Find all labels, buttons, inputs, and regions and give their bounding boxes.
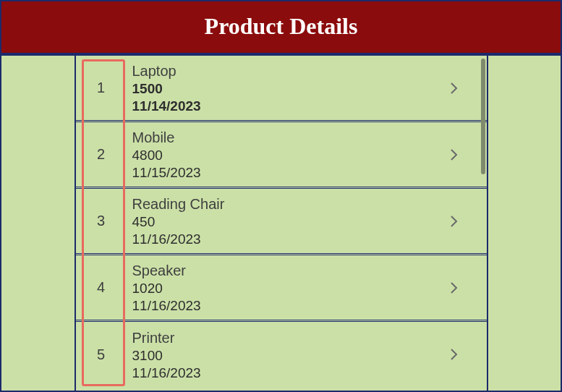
chevron-right-icon[interactable] — [422, 322, 487, 387]
row-index: 5 — [76, 322, 127, 387]
product-name: Printer — [132, 330, 422, 346]
product-price: 3100 — [132, 348, 422, 364]
scrollbar-thumb[interactable] — [481, 59, 485, 174]
row-index: 2 — [76, 122, 127, 187]
list-item[interactable]: 2 Mobile 4800 11/15/2023 — [76, 122, 487, 189]
product-name: Reading Chair — [132, 196, 422, 213]
product-price: 1020 — [132, 281, 422, 297]
product-price: 450 — [132, 214, 422, 230]
list-item[interactable]: 1 Laptop 1500 11/14/2023 — [76, 56, 487, 122]
row-index: 3 — [76, 189, 127, 253]
list-item[interactable]: 3 Reading Chair 450 11/16/2023 — [76, 189, 487, 255]
product-date: 11/15/2023 — [132, 165, 422, 181]
product-name: Speaker — [132, 263, 422, 279]
chevron-right-icon[interactable] — [422, 56, 487, 120]
row-info: Speaker 1020 11/16/2023 — [127, 255, 422, 320]
content-area: 1 Laptop 1500 11/14/2023 2 Mobile 4800 — [1, 56, 561, 391]
product-list: 1 Laptop 1500 11/14/2023 2 Mobile 4800 — [76, 56, 487, 387]
row-info: Laptop 1500 11/14/2023 — [127, 56, 422, 120]
row-info: Mobile 4800 11/15/2023 — [127, 122, 422, 187]
chevron-right-icon[interactable] — [422, 189, 487, 253]
product-price: 1500 — [132, 81, 422, 97]
product-date: 11/16/2023 — [132, 231, 422, 247]
chevron-right-icon[interactable] — [422, 122, 487, 187]
product-name: Mobile — [132, 129, 422, 146]
product-date: 11/16/2023 — [132, 365, 422, 381]
page-title: Product Details — [1, 1, 561, 56]
chevron-right-icon[interactable] — [422, 255, 487, 320]
row-info: Printer 3100 11/16/2023 — [127, 322, 422, 387]
product-name: Laptop — [132, 63, 422, 80]
list-item[interactable]: 4 Speaker 1020 11/16/2023 — [76, 255, 487, 322]
list-item[interactable]: 5 Printer 3100 11/16/2023 — [76, 322, 487, 387]
row-index: 1 — [76, 56, 127, 120]
product-date: 11/16/2023 — [132, 298, 422, 314]
product-date: 11/14/2023 — [132, 98, 422, 114]
app-window: Product Details 1 Laptop 1500 11/14/2023… — [0, 0, 562, 392]
product-price: 4800 — [132, 148, 422, 163]
product-panel: 1 Laptop 1500 11/14/2023 2 Mobile 4800 — [74, 56, 488, 391]
row-info: Reading Chair 450 11/16/2023 — [127, 189, 422, 253]
row-index: 4 — [76, 255, 127, 320]
